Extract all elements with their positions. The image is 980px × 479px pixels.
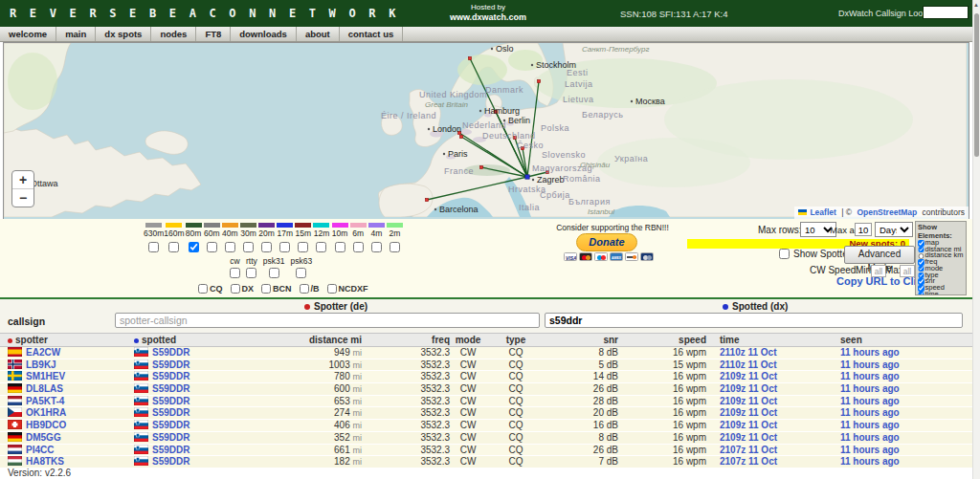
spotted-link[interactable]: S59DDR	[152, 383, 189, 394]
band-checkbox-630m[interactable]	[148, 242, 159, 252]
seen-link[interactable]: 11 hours ago	[840, 432, 900, 443]
spotted-link[interactable]: S59DDR	[152, 396, 189, 406]
nav-item-dx-spots[interactable]: dx spots	[96, 27, 151, 41]
filter-DX[interactable]: DX	[231, 284, 255, 294]
max-age-unit-select[interactable]: Days	[875, 222, 913, 237]
spotted-link[interactable]: S59DDR	[152, 359, 189, 370]
max-age-input[interactable]	[855, 223, 872, 236]
leaflet-link[interactable]: Leaflet	[810, 207, 835, 217]
show-spotters-checkbox[interactable]	[779, 249, 790, 259]
band-checkbox-15m[interactable]	[298, 242, 308, 252]
band-checkbox-40m[interactable]	[225, 242, 235, 252]
band-checkbox-12m[interactable]	[316, 242, 326, 252]
nav-item-main[interactable]: main	[56, 27, 96, 41]
time-link[interactable]: 2109z 11 Oct	[720, 407, 777, 418]
seen-link[interactable]: 11 hours ago	[840, 359, 900, 370]
time-link[interactable]: 2107z 11 Oct	[720, 456, 777, 467]
filter-checkbox-/B[interactable]	[300, 284, 309, 294]
band-checkbox-160m[interactable]	[168, 242, 179, 252]
seen-link[interactable]: 11 hours ago	[840, 445, 900, 455]
show-element-checkbox[interactable]	[918, 292, 924, 295]
show-element-checkbox[interactable]	[918, 272, 924, 279]
spotter-link[interactable]: HA8TKS	[26, 456, 64, 467]
nav-item-welcome[interactable]: welcome	[0, 27, 56, 41]
scrollbar-thumb[interactable]	[974, 13, 979, 157]
advanced-mode-button[interactable]: Advanced Mode	[844, 246, 915, 264]
spotter-link[interactable]: EA2CW	[26, 347, 60, 358]
show-element-time[interactable]: time	[918, 292, 964, 295]
show-element-radio[interactable]	[918, 253, 924, 260]
seen-link[interactable]: 11 hours ago	[840, 456, 900, 467]
seen-link[interactable]: 11 hours ago	[840, 420, 900, 430]
spotted-link[interactable]: S59DDR	[152, 407, 189, 418]
header-seen[interactable]: seen	[840, 334, 969, 346]
spotted-link[interactable]: S59DDR	[152, 445, 189, 455]
spotted-callsign-input[interactable]	[545, 313, 963, 328]
seen-link[interactable]: 11 hours ago	[840, 407, 900, 418]
mode-checkbox-psk63[interactable]	[296, 268, 306, 278]
hosted-by-link[interactable]: www.dxwatch.com	[426, 12, 550, 22]
header-mode[interactable]: mode	[454, 334, 482, 346]
scrollbar-up-icon[interactable]: ▲	[973, 2, 979, 8]
header-spotter[interactable]: spotter	[8, 334, 130, 346]
time-link[interactable]: 2109z 11 Oct	[720, 420, 777, 430]
spotter-link[interactable]: HB9DCO	[26, 420, 66, 430]
header-freq[interactable]: freq	[381, 334, 450, 346]
map[interactable]: OsloStockholmHamburgBerlinLondonParisZag…	[3, 42, 969, 220]
show-element-checkbox[interactable]	[918, 285, 924, 292]
header-type[interactable]: type	[501, 334, 530, 346]
filter-CQ[interactable]: CQ	[198, 284, 223, 294]
time-link[interactable]: 2109z 11 Oct	[720, 383, 777, 394]
filter-BCN[interactable]: BCN	[261, 284, 292, 294]
time-link[interactable]: 2110z 11 Oct	[720, 359, 777, 370]
band-checkbox-80m[interactable]	[189, 242, 199, 252]
spotter-callsign-input[interactable]	[115, 313, 540, 328]
filter-checkbox-NCDXF[interactable]	[327, 284, 337, 294]
filter-checkbox-CQ[interactable]	[198, 284, 208, 294]
show-element-checkbox[interactable]	[918, 259, 924, 266]
zoom-out-button[interactable]: −	[12, 188, 33, 207]
header-time[interactable]: time	[720, 334, 827, 346]
show-element-checkbox[interactable]	[918, 247, 924, 253]
spotter-link[interactable]: OK1HRA	[26, 407, 66, 418]
band-checkbox-10m[interactable]	[335, 242, 345, 252]
nav-item-about[interactable]: about	[297, 27, 340, 41]
time-link[interactable]: 2110z 11 Oct	[720, 347, 777, 358]
nav-item-nodes[interactable]: nodes	[151, 27, 196, 41]
show-element-checkbox[interactable]	[918, 240, 924, 247]
seen-link[interactable]: 11 hours ago	[840, 383, 900, 394]
lookup-input[interactable]	[923, 6, 969, 19]
spotted-link[interactable]: S59DDR	[152, 371, 189, 381]
time-link[interactable]: 2109z 11 Oct	[720, 396, 777, 406]
spotter-link[interactable]: DL8LAS	[26, 383, 63, 394]
spotted-link[interactable]: S59DDR	[152, 456, 189, 467]
mode-checkbox-cw[interactable]	[230, 268, 240, 278]
time-link[interactable]: 2109z 11 Oct	[720, 371, 777, 381]
band-checkbox-30m[interactable]	[243, 242, 254, 252]
filter-checkbox-DX[interactable]	[231, 284, 240, 294]
band-checkbox-17m[interactable]	[279, 242, 290, 252]
band-checkbox-60m[interactable]	[207, 242, 217, 252]
spotter-link[interactable]: DM5GG	[26, 432, 61, 443]
nav-item-FT8[interactable]: FT8	[196, 27, 231, 41]
mode-checkbox-rtty[interactable]	[246, 268, 256, 278]
seen-link[interactable]: 11 hours ago	[840, 396, 900, 406]
nav-item-contact-us[interactable]: contact us	[340, 27, 404, 41]
filter-NCDXF[interactable]: NCDXF	[327, 284, 368, 294]
filter-checkbox-BCN[interactable]	[261, 284, 271, 294]
time-link[interactable]: 2107z 11 Oct	[720, 445, 777, 455]
band-checkbox-20m[interactable]	[261, 242, 272, 252]
seen-link[interactable]: 11 hours ago	[840, 347, 900, 358]
time-link[interactable]: 2109z 11 Oct	[720, 432, 777, 443]
seen-link[interactable]: 11 hours ago	[840, 371, 900, 381]
spotted-link[interactable]: S59DDR	[152, 420, 189, 430]
donate-button[interactable]: Donate	[576, 233, 637, 251]
spotted-link[interactable]: S59DDR	[152, 432, 189, 443]
spotted-link[interactable]: S59DDR	[152, 347, 189, 358]
nav-item-downloads[interactable]: downloads	[231, 27, 297, 41]
show-element-checkbox[interactable]	[918, 266, 924, 272]
band-checkbox-4m[interactable]	[371, 242, 382, 252]
filter-/B[interactable]: /B	[300, 284, 320, 294]
spotter-link[interactable]: LB9KJ	[26, 359, 56, 370]
spotter-link[interactable]: PI4CC	[26, 445, 54, 455]
